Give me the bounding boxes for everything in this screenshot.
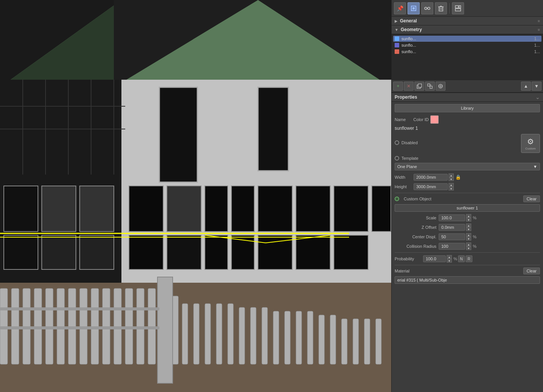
svg-rect-24 [167, 186, 201, 231]
geo-add-btn[interactable]: + [393, 82, 403, 91]
custom-icon-btn[interactable]: ⚙ Custom [521, 134, 540, 153]
height-spinners: ▲ ▼ [449, 183, 454, 190]
width-input[interactable] [414, 174, 448, 181]
geometry-section-header[interactable]: ▼ Geometry ≡ [392, 25, 543, 34]
height-input[interactable] [414, 183, 448, 190]
collision-radius-row: Collision Radius ▲ ▼ % [395, 242, 540, 250]
z-offset-spinners: ▲ ▼ [466, 224, 471, 231]
template-radio[interactable] [395, 156, 399, 161]
color-id-swatch[interactable] [430, 115, 439, 124]
material-value: erial #315 ( Multi/Sub-Obje [395, 276, 540, 284]
z-offset-input[interactable] [439, 224, 465, 231]
probability-label: Probability [395, 257, 423, 261]
select-button[interactable] [408, 2, 420, 14]
svg-rect-67 [273, 311, 279, 364]
geo-color-0 [395, 36, 399, 41]
center-displ-row: Center Displ. ▲ ▼ % [395, 233, 540, 241]
scale-down[interactable]: ▼ [466, 218, 471, 222]
geo-item-2[interactable]: sunflo... 1... [393, 49, 541, 55]
pin-button[interactable]: 📌 [394, 2, 406, 14]
geo-remove-btn[interactable]: ✕ [404, 82, 414, 91]
geo-up-btn[interactable]: ▲ [521, 82, 531, 91]
custom-icon-img: ⚙ [527, 137, 534, 146]
svg-rect-78 [0, 307, 159, 310]
svg-rect-29 [334, 186, 368, 231]
svg-rect-96 [430, 86, 432, 88]
template-label: Template [401, 156, 419, 161]
prob-up[interactable]: ▲ [447, 255, 452, 259]
scale-input[interactable] [439, 214, 465, 221]
svg-rect-27 [258, 186, 292, 231]
geo-item-0[interactable]: sunflo... 1... [393, 36, 541, 42]
svg-rect-28 [296, 186, 330, 231]
width-up[interactable]: ▲ [449, 173, 454, 177]
svg-rect-20 [80, 235, 114, 269]
material-clear-btn[interactable]: Clear [523, 268, 540, 274]
svg-rect-77 [157, 277, 173, 383]
height-down[interactable]: ▼ [449, 187, 454, 190]
center-displ-up[interactable]: ▲ [466, 233, 471, 237]
lock-icon[interactable]: 🔒 [455, 175, 461, 180]
scale-row: Scale ▲ ▼ % [395, 214, 540, 222]
scale-up[interactable]: ▲ [466, 214, 471, 218]
custom-object-radio[interactable] [395, 197, 399, 201]
geo-ref-btn[interactable] [425, 82, 435, 91]
center-displ-down[interactable]: ▼ [466, 237, 471, 241]
library-button[interactable]: Library [395, 104, 540, 112]
prob-down[interactable]: ▼ [447, 259, 452, 263]
custom-object-clear-btn[interactable]: Clear [523, 195, 540, 202]
svg-rect-18 [4, 235, 38, 269]
z-offset-row: Z Offset ▲ ▼ [395, 224, 540, 231]
custom-object-label: Custom Object [404, 197, 523, 201]
svg-rect-73 [342, 319, 347, 364]
svg-rect-63 [228, 304, 233, 364]
z-offset-up[interactable]: ▲ [466, 224, 471, 227]
svg-rect-61 [205, 304, 211, 364]
svg-rect-30 [372, 186, 391, 231]
template-value: One Plane [397, 164, 417, 169]
disabled-radio[interactable] [395, 140, 399, 145]
svg-rect-17 [80, 186, 114, 231]
svg-rect-59 [182, 304, 188, 364]
r-button[interactable]: R [466, 255, 472, 262]
collision-radius-input[interactable] [439, 243, 465, 250]
n-button[interactable]: N [458, 255, 465, 262]
svg-rect-71 [319, 315, 324, 364]
geo-name-2: sunflo... [401, 49, 534, 54]
material-row: Material Clear [395, 268, 540, 274]
geo-item-1[interactable]: sunflo... 1... [393, 42, 541, 48]
geo-copy-btn[interactable] [414, 82, 424, 91]
center-displ-input[interactable] [439, 233, 465, 240]
collision-radius-up[interactable]: ▲ [466, 242, 471, 246]
properties-collapse[interactable]: ⌄ [535, 94, 540, 100]
disabled-label: Disabled [401, 140, 418, 145]
svg-rect-60 [194, 304, 199, 364]
general-section-header[interactable]: ▶ General ≡ [392, 17, 543, 25]
width-down[interactable]: ▼ [449, 177, 454, 181]
divider-3 [395, 265, 540, 265]
geo-name-1: sunflo... [401, 43, 534, 47]
svg-rect-66 [262, 307, 268, 364]
geo-obj-btn[interactable] [436, 82, 445, 91]
collision-radius-down[interactable]: ▼ [466, 246, 471, 250]
geo-down-btn[interactable]: ▼ [532, 82, 541, 91]
svg-rect-70 [307, 311, 313, 364]
svg-rect-90 [455, 6, 458, 8]
height-up[interactable]: ▲ [449, 183, 454, 187]
z-offset-down[interactable]: ▼ [466, 227, 471, 231]
svg-rect-81 [412, 7, 415, 9]
color-id-label: Color ID [413, 117, 428, 122]
properties-title: Properties [395, 94, 535, 100]
name-color-row: Name Color ID [395, 115, 540, 124]
link-button[interactable] [421, 2, 433, 14]
svg-rect-68 [285, 311, 290, 364]
template-dropdown[interactable]: One Plane ▼ [395, 163, 540, 170]
svg-rect-15 [4, 186, 38, 231]
delete-button[interactable] [435, 2, 447, 14]
probability-input[interactable] [423, 255, 446, 262]
svg-rect-92 [459, 6, 461, 8]
edit-button[interactable] [452, 2, 464, 14]
properties-section-header[interactable]: Properties ⌄ [392, 93, 543, 102]
viewport[interactable] [0, 0, 391, 392]
general-menu-icon: ≡ [538, 19, 540, 23]
